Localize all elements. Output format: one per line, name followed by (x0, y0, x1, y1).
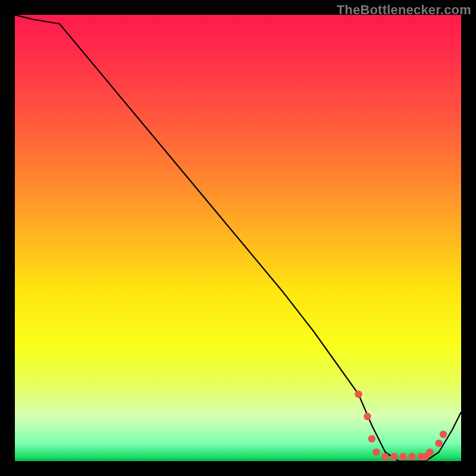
curve-marker (390, 453, 397, 460)
chart-svg (15, 15, 461, 461)
curve-marker (355, 390, 362, 397)
curve-marker (426, 449, 433, 456)
curve-marker (408, 453, 415, 460)
curve-marker (435, 440, 442, 447)
plot-area (15, 15, 461, 461)
chart-root: TheBottlenecker.com (0, 0, 476, 476)
curve-marker (364, 413, 371, 420)
curve-marker (368, 435, 375, 442)
curve-marker (440, 431, 447, 438)
curve-marker (372, 449, 380, 456)
curve-marker (381, 453, 389, 460)
curve-marker (399, 453, 406, 460)
marker-layer (355, 390, 447, 460)
attribution-label: TheBottlenecker.com (337, 2, 471, 18)
bottleneck-curve (15, 15, 461, 461)
